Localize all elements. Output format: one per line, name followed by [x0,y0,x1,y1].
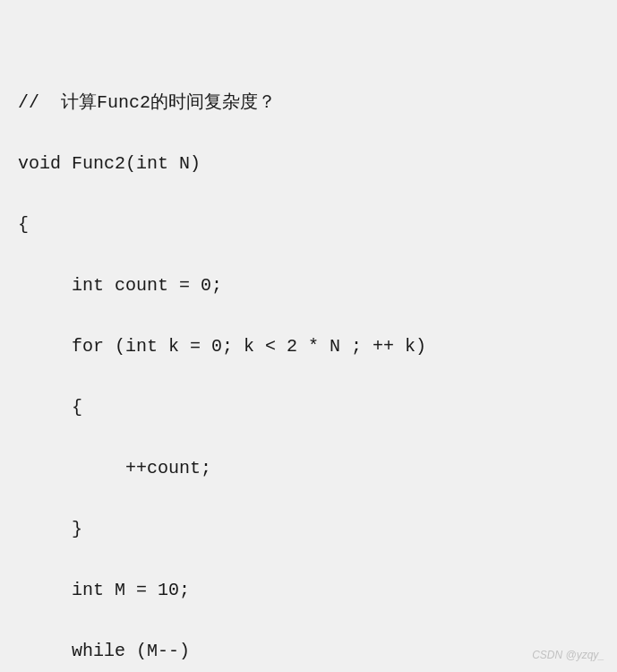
code-block: // 计算Func2的时间复杂度？ void Func2(int N) { in… [18,27,590,672]
open-brace-main: { [18,210,590,240]
code-container: // 计算Func2的时间复杂度？ void Func2(int N) { in… [0,0,617,672]
for-open-brace: { [18,392,590,423]
for-loop: for (int k = 0; k < 2 * N ; ++ k) [18,332,590,362]
while-loop: while (M--) [18,636,590,667]
watermark: CSDN @yzqy_ [532,649,604,661]
count-init: int count = 0; [18,271,590,301]
m-init: int M = 10; [18,575,590,606]
comment-line: // 计算Func2的时间复杂度？ [18,88,590,118]
for-close-brace: } [18,514,590,545]
function-signature: void Func2(int N) [18,149,590,179]
for-body: ++count; [18,453,590,484]
